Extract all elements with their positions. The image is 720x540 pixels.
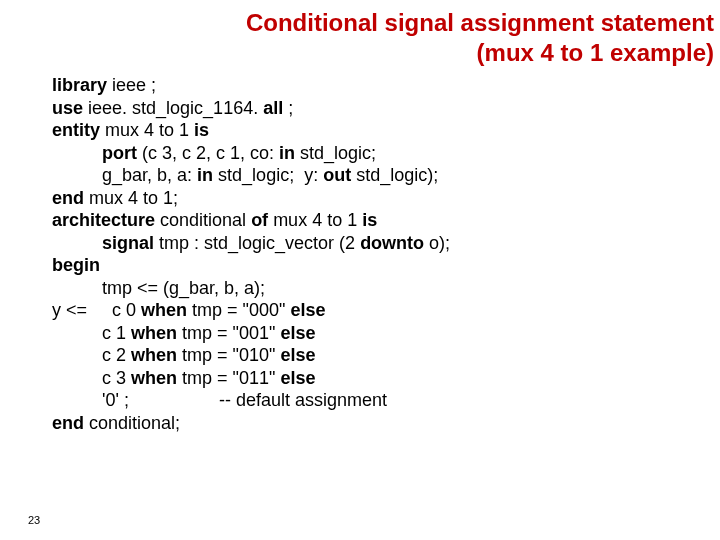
code-text: ieee ; [107, 75, 156, 95]
code-line: y <= c 0 when tmp = "000" else [52, 299, 720, 322]
keyword: when [131, 345, 177, 365]
code-text: ; [283, 98, 293, 118]
code-text: mux 4 to 1 [100, 120, 194, 140]
keyword: end [52, 188, 84, 208]
code-text: tmp <= (g_bar, b, a); [102, 278, 265, 298]
code-line: begin [52, 254, 720, 277]
keyword: use [52, 98, 83, 118]
title-line-1: Conditional signal assignment statement [246, 9, 714, 36]
keyword: out [323, 165, 351, 185]
keyword: when [131, 323, 177, 343]
code-block: library ieee ; use ieee. std_logic_1164.… [0, 72, 720, 434]
code-text: c 2 [102, 345, 131, 365]
keyword: is [362, 210, 377, 230]
code-line: signal tmp : std_logic_vector (2 downto … [52, 232, 720, 255]
keyword: in [197, 165, 213, 185]
code-text: '0' ; -- default assignment [102, 390, 387, 410]
code-line: architecture conditional of mux 4 to 1 i… [52, 209, 720, 232]
keyword: when [141, 300, 187, 320]
code-text: y <= c 0 [52, 300, 141, 320]
keyword: signal [102, 233, 154, 253]
code-text: tmp = "001" [177, 323, 280, 343]
code-text: tmp = "000" [187, 300, 290, 320]
code-text: g_bar, b, a: [102, 165, 197, 185]
code-line: c 2 when tmp = "010" else [52, 344, 720, 367]
code-text: mux 4 to 1 [268, 210, 362, 230]
code-line: tmp <= (g_bar, b, a); [52, 277, 720, 300]
code-line: g_bar, b, a: in std_logic; y: out std_lo… [52, 164, 720, 187]
keyword: else [280, 345, 315, 365]
code-text: c 1 [102, 323, 131, 343]
keyword: begin [52, 255, 100, 275]
code-line: use ieee. std_logic_1164. all ; [52, 97, 720, 120]
code-text: ieee. std_logic_1164. [83, 98, 263, 118]
code-text: tmp = "010" [177, 345, 280, 365]
code-line: end conditional; [52, 412, 720, 435]
keyword: downto [360, 233, 424, 253]
keyword: all [263, 98, 283, 118]
code-text: conditional [155, 210, 251, 230]
keyword: else [280, 368, 315, 388]
code-line: entity mux 4 to 1 is [52, 119, 720, 142]
keyword: else [290, 300, 325, 320]
code-text: c 3 [102, 368, 131, 388]
code-text: std_logic); [351, 165, 438, 185]
code-line: c 1 when tmp = "001" else [52, 322, 720, 345]
keyword: entity [52, 120, 100, 140]
slide-title: Conditional signal assignment statement … [0, 0, 720, 72]
keyword: port [102, 143, 137, 163]
code-text: mux 4 to 1; [84, 188, 178, 208]
keyword: architecture [52, 210, 155, 230]
code-text: tmp = "011" [177, 368, 280, 388]
code-text: (c 3, c 2, c 1, co: [137, 143, 279, 163]
code-text: std_logic; y: [213, 165, 323, 185]
code-line: c 3 when tmp = "011" else [52, 367, 720, 390]
title-line-2: (mux 4 to 1 example) [477, 39, 714, 66]
code-text: conditional; [84, 413, 180, 433]
code-line: end mux 4 to 1; [52, 187, 720, 210]
code-line: '0' ; -- default assignment [52, 389, 720, 412]
keyword: is [194, 120, 209, 140]
code-line: port (c 3, c 2, c 1, co: in std_logic; [52, 142, 720, 165]
code-text: tmp : std_logic_vector (2 [154, 233, 360, 253]
keyword: in [279, 143, 295, 163]
code-text: o); [424, 233, 450, 253]
code-line: library ieee ; [52, 74, 720, 97]
keyword: end [52, 413, 84, 433]
keyword: when [131, 368, 177, 388]
keyword: else [280, 323, 315, 343]
code-text: std_logic; [295, 143, 376, 163]
page-number: 23 [28, 514, 40, 526]
keyword: library [52, 75, 107, 95]
keyword: of [251, 210, 268, 230]
